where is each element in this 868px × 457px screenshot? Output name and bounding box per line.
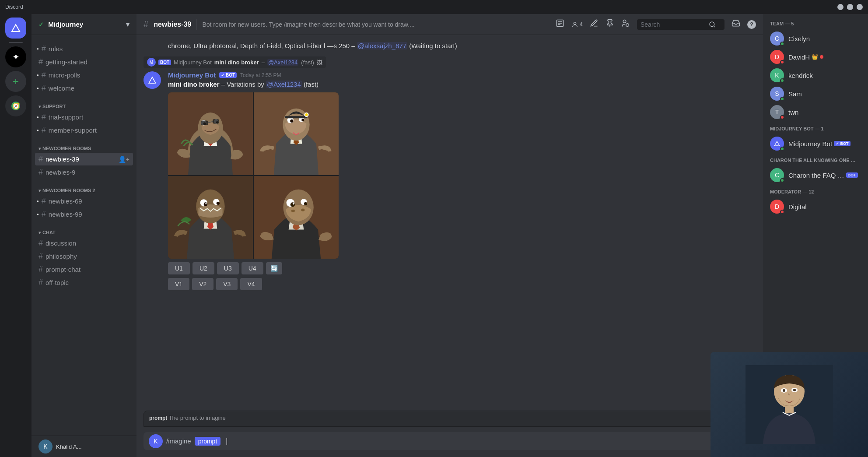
person-silhouette — [746, 365, 833, 444]
sidebar-item-philosophy[interactable]: # philosophy — [35, 250, 133, 263]
hash-icon: # — [42, 210, 46, 219]
message-input-container[interactable]: K /imagine prompt | 😊 — [144, 432, 756, 450]
status-dot-kendrick — [780, 78, 784, 83]
midjourney-bot-label: MIDJOURNEY BOT — 1 — [766, 126, 864, 131]
sidebar-item-off-topic[interactable]: # off-topic — [35, 276, 133, 289]
bot-username[interactable]: Midjourney Bot — [168, 71, 216, 79]
svg-rect-52 — [785, 405, 794, 414]
slash-preview: prompt The prompt to imagine — [144, 411, 756, 427]
v3-button[interactable]: V3 — [216, 278, 238, 290]
server-icon-openai[interactable]: ✦ — [5, 46, 26, 67]
member-kendrick[interactable]: K kendrick — [766, 67, 864, 84]
svg-point-43 — [301, 209, 304, 211]
sidebar-item-newbies-39[interactable]: # newbies-39 👤+ — [35, 153, 133, 165]
member-sam[interactable]: S Sam — [766, 85, 864, 102]
svg-rect-21 — [201, 120, 208, 125]
search-input[interactable] — [640, 21, 706, 28]
hashtag-threads-icon[interactable] — [556, 19, 564, 30]
user-plus-icon[interactable]: 👤+ — [119, 156, 130, 163]
image-cell-1[interactable] — [168, 92, 253, 175]
help-icon[interactable]: ? — [747, 20, 756, 29]
input-area: K /imagine prompt | 😊 — [136, 429, 763, 457]
member-davidh[interactable]: D DavidH 👑 — [766, 48, 864, 66]
pin-icon[interactable] — [606, 19, 614, 30]
member-midjourney-bot[interactable]: Midjourney Bot ✓ BOT — [766, 135, 864, 152]
header-divider — [196, 19, 197, 30]
chat-label[interactable]: ▾ CHAT — [35, 230, 133, 235]
minimize-button[interactable]: ─ — [837, 4, 844, 10]
search-icon — [709, 21, 716, 28]
sidebar-item-discussion[interactable]: # discussion — [35, 237, 133, 250]
svg-point-27 — [290, 120, 293, 123]
charon-label: CHARON THE ALL KNOWING ONE … — [766, 158, 864, 163]
v1-button[interactable]: V1 — [168, 278, 189, 290]
sidebar-item-newbies-99[interactable]: # newbies-99 — [35, 208, 133, 221]
variation-buttons: V1 V2 V3 V4 — [168, 278, 756, 290]
slash-command-label: /imagine — [166, 437, 191, 445]
status-dot-charon — [780, 178, 784, 183]
sidebar-item-member-support[interactable]: # member-support — [35, 124, 133, 137]
server-name-header[interactable]: ✓ Midjourney ▾ — [32, 14, 136, 35]
hash-icon: # — [38, 252, 43, 261]
video-content — [710, 352, 868, 457]
svg-point-48 — [304, 202, 307, 205]
image-cell-3[interactable] — [168, 176, 253, 259]
support-label[interactable]: ▾ SUPPORT — [35, 104, 133, 109]
sidebar-item-newbies-9[interactable]: # newbies-9 — [35, 166, 133, 179]
bot-message-content: Midjourney Bot ✓ BOT Today at 2:55 PM mi… — [168, 71, 756, 290]
header-icons: 4 — [556, 19, 756, 30]
newcomer-rooms-label[interactable]: ▾ NEWCOMER ROOMS — [35, 146, 133, 151]
bot-inline-notification: M BOT Midjourney Bot mini dino broker – … — [144, 56, 756, 68]
image-cell-2[interactable] — [254, 92, 339, 175]
collapse-arrow-icon: ▾ — [38, 104, 41, 109]
member-avatar-digital: D — [770, 200, 784, 214]
u2-button[interactable]: U2 — [192, 262, 214, 274]
messages-area[interactable]: chrome, Ultra photoreal, Depth of Field,… — [136, 35, 763, 411]
close-button[interactable]: ✕ — [857, 4, 863, 10]
svg-text:🧭: 🧭 — [12, 102, 20, 110]
search-box[interactable] — [637, 19, 724, 30]
inline-mention[interactable]: @Axel1234 — [267, 59, 298, 66]
edit-icon[interactable] — [590, 19, 598, 30]
inbox-icon[interactable] — [732, 19, 740, 30]
mention-alexsajzh[interactable]: @alexsajzh_877 — [357, 42, 407, 49]
newcomer-rooms-2-label[interactable]: ▾ NEWCOMER ROOMS 2 — [35, 188, 133, 193]
sidebar-item-rules[interactable]: # rules — [35, 42, 133, 55]
image-cell-4[interactable] — [254, 176, 339, 259]
v4-button[interactable]: V4 — [240, 278, 262, 290]
refresh-button[interactable]: 🔄 — [266, 262, 282, 274]
message-input[interactable] — [231, 432, 735, 450]
member-cixelyn[interactable]: C Cixelyn — [766, 30, 864, 47]
members-count[interactable]: 4 — [571, 21, 583, 28]
window-controls[interactable]: ─ □ ✕ — [837, 4, 863, 10]
mention-axel[interactable]: @Axel1234 — [266, 81, 302, 88]
hash-icon: # — [42, 126, 46, 135]
sidebar-item-trial-support[interactable]: # trial-support — [35, 111, 133, 123]
maximize-button[interactable]: □ — [847, 4, 853, 10]
chat-section: ▾ CHAT # discussion # philosophy # promp… — [32, 223, 136, 291]
video-person — [746, 365, 833, 444]
sidebar-item-newbies-69[interactable]: # newbies-69 — [35, 195, 133, 207]
members-sidebar-icon[interactable] — [621, 19, 630, 30]
explore-button[interactable]: 🧭 — [5, 95, 26, 116]
v2-button[interactable]: V2 — [192, 278, 214, 290]
add-server-button[interactable]: + — [5, 71, 26, 92]
member-charon[interactable]: C Charon the FAQ … BOT — [766, 166, 864, 184]
channel-name: newbies-39 — [154, 21, 191, 28]
sidebar-item-micro-polls[interactable]: # micro-polls — [35, 69, 133, 81]
sidebar-item-getting-started[interactable]: # getting-started — [35, 56, 133, 68]
image-grid[interactable] — [168, 92, 339, 259]
u4-button[interactable]: U4 — [242, 262, 263, 274]
server-icon-midjourney[interactable] — [5, 18, 26, 39]
member-twn[interactable]: T twn — [766, 103, 864, 121]
member-digital[interactable]: D Digital — [766, 198, 864, 215]
u3-button[interactable]: U3 — [217, 262, 239, 274]
sidebar-item-welcome[interactable]: # welcome — [35, 82, 133, 95]
server-list: ✦ + 🧭 — [0, 14, 32, 457]
svg-point-37 — [205, 203, 206, 204]
sidebar-item-prompt-chat[interactable]: # prompt-chat — [35, 263, 133, 276]
hash-icon: # — [42, 70, 46, 80]
team-section-label: TEAM — 5 — [766, 21, 864, 26]
u1-button[interactable]: U1 — [168, 262, 190, 274]
chevron-down-icon: ▾ — [126, 21, 130, 28]
